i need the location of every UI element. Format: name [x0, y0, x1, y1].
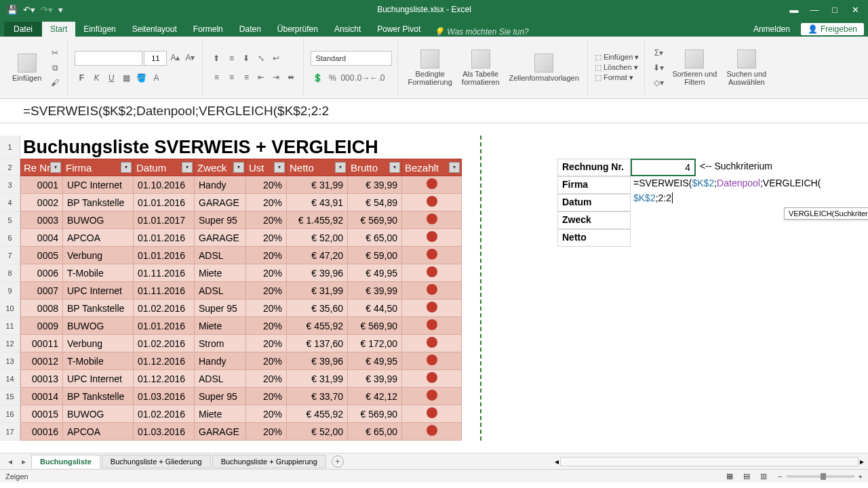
cell[interactable]: € 455,92 — [287, 317, 348, 335]
cell[interactable]: 20% — [246, 229, 287, 247]
decrease-decimal-icon[interactable]: ←.0 — [370, 71, 384, 85]
cell[interactable]: ADSL — [195, 282, 246, 300]
cell[interactable]: € 31,99 — [287, 176, 348, 194]
view-normal-icon[interactable]: ▦ — [722, 472, 737, 481]
cell[interactable]: 20% — [246, 370, 287, 388]
view-pagebreak-icon[interactable]: ▥ — [756, 472, 771, 481]
hscroll-left-icon[interactable]: ◂ — [555, 457, 559, 466]
table-row[interactable]: 0007UPC Internet01.11.2016ADSL20%€ 31,99… — [21, 282, 462, 300]
cell[interactable]: € 52,00 — [287, 423, 348, 441]
sort-filter-button[interactable]: Sortieren und Filtern — [669, 48, 719, 87]
increase-decimal-icon[interactable]: .0→ — [355, 71, 369, 85]
tab-data[interactable]: Daten — [231, 22, 269, 37]
status-dot-cell[interactable] — [402, 388, 462, 405]
cell[interactable]: 20% — [246, 423, 287, 441]
cell[interactable]: BUWOG — [63, 405, 134, 423]
cell[interactable]: BP Tankstelle — [63, 300, 134, 317]
column-header[interactable]: Brutto▾ — [348, 159, 402, 176]
status-dot-cell[interactable] — [402, 370, 462, 388]
cell[interactable]: 00016 — [21, 423, 63, 441]
indent-inc-icon[interactable]: ⇥ — [269, 70, 283, 84]
formula-input[interactable]: =SVERWEIS($K$2;Datenpool;VERGLEICH($K$2;… — [5, 104, 865, 119]
cell[interactable]: € 39,99 — [348, 176, 402, 194]
status-dot-cell[interactable] — [402, 300, 462, 317]
italic-icon[interactable]: K — [90, 71, 103, 85]
table-row[interactable]: 0009BUWOG01.01.2016Miete20%€ 455,92€ 569… — [21, 317, 462, 335]
zoom-in-icon[interactable]: + — [859, 472, 863, 481]
table-row[interactable]: 00011Verbung01.02.2016Strom20%€ 137,60€ … — [21, 335, 462, 352]
font-size-input[interactable]: 11 — [144, 51, 167, 66]
table-row[interactable]: 00014BP Tankstelle01.03.2016Super 9520%€… — [21, 388, 462, 405]
status-dot-cell[interactable] — [402, 264, 462, 282]
cell[interactable]: Miete — [195, 264, 246, 282]
cell[interactable]: T-Mobile — [63, 352, 134, 370]
status-dot-cell[interactable] — [402, 194, 462, 211]
table-row[interactable]: 0003BUWOG01.01.2017Super 9520%€ 1.455,92… — [21, 211, 462, 229]
cell[interactable]: 20% — [246, 388, 287, 405]
filter-dropdown-icon[interactable]: ▾ — [50, 162, 61, 173]
cell[interactable]: UPC Internet — [63, 176, 134, 194]
cell[interactable]: € 49,95 — [348, 264, 402, 282]
cell[interactable]: € 39,99 — [348, 370, 402, 388]
cell[interactable]: BUWOG — [63, 211, 134, 229]
cell[interactable]: 00015 — [21, 405, 63, 423]
cell[interactable]: GARAGE — [195, 194, 246, 211]
thousand-icon[interactable]: 000 — [340, 71, 354, 85]
cell[interactable]: Handy — [195, 352, 246, 370]
cell[interactable]: 01.01.2016 — [134, 194, 195, 211]
tab-review[interactable]: Überprüfen — [269, 22, 326, 37]
cell[interactable]: € 569,90 — [348, 211, 402, 229]
tab-powerpivot[interactable]: Power Pivot — [369, 22, 429, 37]
inline-formula-edit-line2[interactable]: $K$2;2:2 — [633, 192, 675, 203]
cell[interactable]: APCOA — [63, 229, 134, 247]
cell[interactable]: 01.01.2016 — [134, 229, 195, 247]
border-icon[interactable]: ▦ — [119, 71, 133, 85]
merge-icon[interactable]: ⬌ — [284, 70, 298, 84]
cell[interactable]: 01.10.2016 — [134, 176, 195, 194]
status-dot-cell[interactable] — [402, 405, 462, 423]
table-row[interactable]: 0006T-Mobile01.11.2016Miete20%€ 39,96€ 4… — [21, 264, 462, 282]
cell[interactable]: 0008 — [21, 300, 63, 317]
cell[interactable]: 01.01.2016 — [134, 317, 195, 335]
filter-dropdown-icon[interactable]: ▾ — [389, 162, 400, 173]
cell-styles-button[interactable]: Zellenformatvorlagen — [507, 52, 582, 83]
cell[interactable]: € 35,60 — [287, 300, 348, 317]
status-dot-cell[interactable] — [402, 282, 462, 300]
cell[interactable]: 00012 — [21, 352, 63, 370]
table-row[interactable]: 0008BP Tankstelle01.02.2016Super 9520%€ … — [21, 300, 462, 317]
cell[interactable]: 0004 — [21, 229, 63, 247]
inline-formula-edit[interactable]: =SVERWEIS($K$2;Datenpool;VERGLEICH( — [633, 178, 821, 188]
table-row[interactable]: 0002BP Tankstelle01.01.2016GARAGE20%€ 43… — [21, 194, 462, 211]
status-dot-cell[interactable] — [402, 176, 462, 194]
cell[interactable]: UPC Internet — [63, 282, 134, 300]
font-family-input[interactable] — [75, 51, 142, 66]
table-row[interactable]: 0005Verbung01.01.2016ADSL20%€ 47,20€ 59,… — [21, 247, 462, 264]
percent-icon[interactable]: % — [326, 71, 339, 85]
currency-icon[interactable]: 💲 — [311, 71, 324, 85]
cell[interactable]: 20% — [246, 405, 287, 423]
column-header[interactable]: Zweck▾ — [195, 159, 246, 176]
decrease-font-icon[interactable]: A▾ — [183, 51, 197, 64]
tab-layout[interactable]: Seitenlayout — [124, 22, 185, 37]
cell[interactable]: 20% — [246, 264, 287, 282]
cell[interactable]: Miete — [195, 317, 246, 335]
row-headers[interactable]: 1234567891011121314151617 — [0, 136, 20, 441]
cell[interactable]: 20% — [246, 176, 287, 194]
cell[interactable]: 01.02.2016 — [134, 300, 195, 317]
number-format-dropdown[interactable]: Standard — [311, 51, 392, 66]
column-header[interactable]: Firma▾ — [63, 159, 134, 176]
cell[interactable]: € 31,99 — [287, 282, 348, 300]
filter-dropdown-icon[interactable]: ▾ — [449, 162, 460, 173]
maximize-icon[interactable]: □ — [826, 3, 844, 16]
lookup-value-cell[interactable]: 4 — [631, 159, 696, 176]
status-dot-cell[interactable] — [402, 317, 462, 335]
status-dot-cell[interactable] — [402, 423, 462, 441]
table-row[interactable]: 00016APCOA01.03.2016GARAGE20%€ 52,00€ 65… — [21, 423, 462, 441]
increase-font-icon[interactable]: A▴ — [168, 51, 182, 64]
cell[interactable]: € 172,00 — [348, 335, 402, 352]
cell[interactable]: Super 95 — [195, 211, 246, 229]
cell[interactable]: 00014 — [21, 388, 63, 405]
font-color-icon[interactable]: A — [149, 71, 163, 85]
zoom-slider[interactable] — [787, 475, 854, 478]
align-left-icon[interactable]: ≡ — [210, 70, 223, 84]
